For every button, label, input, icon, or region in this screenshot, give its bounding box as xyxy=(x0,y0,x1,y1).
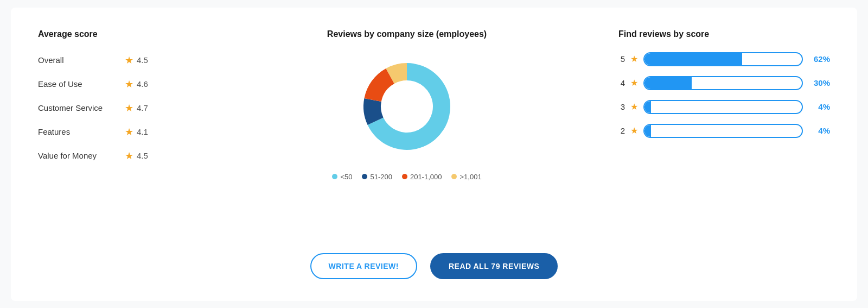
bar-star-icon: ★ xyxy=(630,102,638,112)
main-row: Average score Overall ★ 4.5 Ease of Use … xyxy=(38,29,830,231)
bar-pct: 4% xyxy=(808,126,830,135)
legend-item: >1,001 xyxy=(451,173,481,181)
main-container: Average score Overall ★ 4.5 Ease of Use … xyxy=(11,8,857,301)
bar-star-icon: ★ xyxy=(630,125,638,136)
score-value: 4.6 xyxy=(137,79,148,89)
score-row: Value for Money ★ 4.5 xyxy=(38,150,195,162)
bar-star-icon: ★ xyxy=(630,78,638,88)
filter-title: Find reviews by score xyxy=(618,29,830,39)
bar-row: 2 ★ 4% xyxy=(618,124,830,138)
star-icon: ★ xyxy=(125,54,133,66)
bar-track xyxy=(643,124,803,138)
legend-label: <50 xyxy=(340,173,352,181)
bar-star-icon: ★ xyxy=(630,54,638,64)
star-icon: ★ xyxy=(125,78,133,90)
bar-star-num: 2 xyxy=(618,126,625,135)
donut-legend: <50 51-200 201-1,000 >1,001 xyxy=(332,173,481,181)
legend-label: >1,001 xyxy=(459,173,481,181)
star-icon: ★ xyxy=(125,150,133,162)
legend-item: 51-200 xyxy=(362,173,392,181)
score-label: Overall xyxy=(38,55,125,65)
donut-section: Reviews by company size (employees) <50 … xyxy=(212,29,602,181)
bar-pct: 30% xyxy=(808,78,830,87)
score-row: Ease of Use ★ 4.6 xyxy=(38,78,195,90)
bar-star-num: 4 xyxy=(618,78,625,87)
write-review-button[interactable]: WRITE A REVIEW! xyxy=(310,253,417,279)
score-label: Value for Money xyxy=(38,151,125,160)
bar-fill xyxy=(644,125,651,137)
score-filter-section: Find reviews by score 5 ★ 62% 4 ★ 30% 3 … xyxy=(602,29,830,148)
legend-item: 201-1,000 xyxy=(402,173,442,181)
legend-item: <50 xyxy=(332,173,352,181)
donut-chart xyxy=(353,52,461,161)
score-row: Overall ★ 4.5 xyxy=(38,54,195,66)
bar-row: 5 ★ 62% xyxy=(618,52,830,66)
bar-track xyxy=(643,100,803,114)
legend-label: 201-1,000 xyxy=(410,173,442,181)
avg-score-title: Average score xyxy=(38,29,195,39)
legend-dot xyxy=(451,174,457,179)
legend-dot xyxy=(402,174,407,179)
score-value: 4.5 xyxy=(137,151,148,160)
bar-track xyxy=(643,52,803,66)
bar-fill xyxy=(644,53,742,65)
star-icon: ★ xyxy=(125,102,133,114)
bar-fill xyxy=(644,77,692,89)
score-value: 4.5 xyxy=(137,55,148,65)
legend-dot xyxy=(362,174,367,179)
score-row: Features ★ 4.1 xyxy=(38,126,195,138)
score-row: Customer Service ★ 4.7 xyxy=(38,102,195,114)
bar-row: 3 ★ 4% xyxy=(618,100,830,114)
star-icon: ★ xyxy=(125,126,133,138)
donut-title: Reviews by company size (employees) xyxy=(327,29,487,39)
bottom-buttons: WRITE A REVIEW! READ ALL 79 REVIEWS xyxy=(38,253,830,279)
score-label: Features xyxy=(38,127,125,136)
legend-label: 51-200 xyxy=(370,173,392,181)
score-value: 4.7 xyxy=(137,103,148,112)
bar-star-num: 5 xyxy=(618,54,625,64)
bar-fill xyxy=(644,101,651,113)
read-reviews-button[interactable]: READ ALL 79 REVIEWS xyxy=(430,253,558,279)
bar-track xyxy=(643,76,803,90)
score-label: Customer Service xyxy=(38,103,125,112)
score-value: 4.1 xyxy=(137,127,148,136)
bar-row: 4 ★ 30% xyxy=(618,76,830,90)
bar-pct: 4% xyxy=(808,102,830,111)
bar-star-num: 3 xyxy=(618,102,625,111)
avg-score-section: Average score Overall ★ 4.5 Ease of Use … xyxy=(38,29,212,174)
bar-pct: 62% xyxy=(808,54,830,64)
score-label: Ease of Use xyxy=(38,79,125,89)
legend-dot xyxy=(332,174,337,179)
